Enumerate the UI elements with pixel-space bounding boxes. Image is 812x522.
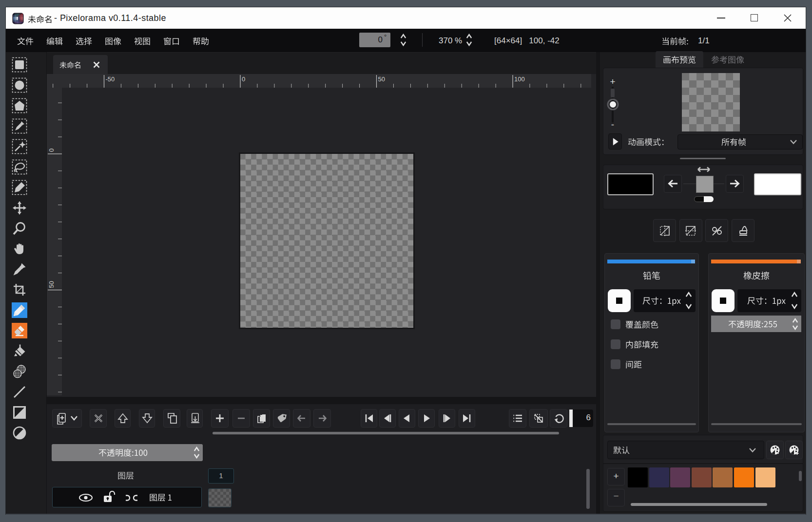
svg-text:0: 0 xyxy=(48,149,55,152)
svg-text:50: 50 xyxy=(378,75,385,83)
svg-text:50: 50 xyxy=(48,281,55,288)
svg-text:0: 0 xyxy=(242,75,245,83)
svg-text:-50: -50 xyxy=(106,75,115,83)
svg-text:100: 100 xyxy=(514,75,525,83)
